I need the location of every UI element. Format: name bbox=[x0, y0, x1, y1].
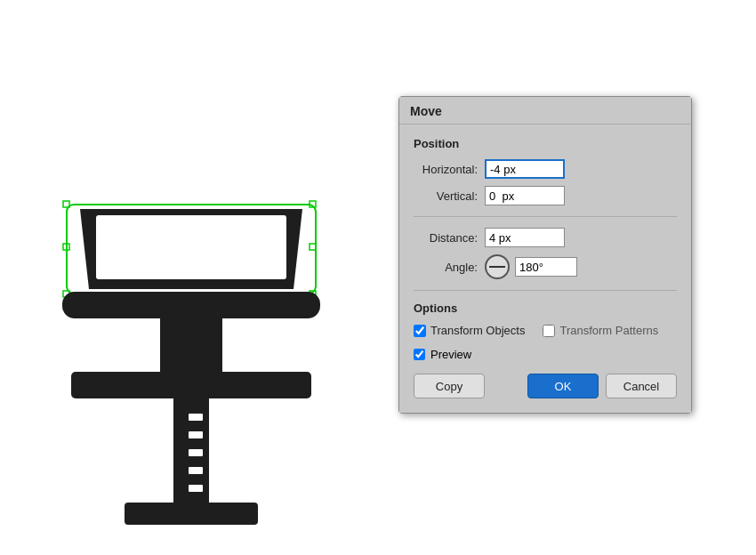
button-row: Copy OK Cancel bbox=[414, 374, 677, 398]
dialog-title: Move bbox=[399, 97, 691, 125]
svg-rect-16 bbox=[189, 467, 203, 474]
svg-rect-11 bbox=[71, 372, 311, 398]
svg-rect-13 bbox=[189, 414, 203, 421]
svg-rect-10 bbox=[160, 318, 222, 372]
copy-button[interactable]: Copy bbox=[414, 374, 485, 398]
move-dialog: Move Position Horizontal: Vertical: Dist… bbox=[398, 96, 692, 414]
preview-checkbox[interactable] bbox=[414, 349, 425, 360]
dialog-body: Position Horizontal: Vertical: Distance:… bbox=[399, 125, 691, 413]
svg-rect-17 bbox=[189, 485, 203, 492]
svg-rect-6 bbox=[310, 244, 316, 250]
horizontal-input[interactable] bbox=[485, 159, 565, 179]
cancel-button[interactable]: Cancel bbox=[606, 374, 677, 398]
preview-label: Preview bbox=[430, 348, 471, 361]
position-section-label: Position bbox=[414, 137, 677, 150]
divider-2 bbox=[414, 290, 677, 291]
angle-input[interactable] bbox=[515, 257, 577, 277]
svg-rect-15 bbox=[189, 449, 203, 456]
horizontal-label: Horizontal: bbox=[414, 163, 485, 176]
angle-label: Angle: bbox=[414, 261, 485, 274]
preview-row: Preview bbox=[414, 348, 677, 361]
transform-objects-label[interactable]: Transform Objects bbox=[414, 324, 525, 337]
transform-patterns-checkbox[interactable] bbox=[543, 325, 555, 337]
transform-objects-checkbox[interactable] bbox=[414, 325, 426, 337]
options-label: Options bbox=[414, 302, 677, 315]
vertical-label: Vertical: bbox=[414, 189, 485, 203]
transform-objects-text: Transform Objects bbox=[430, 324, 525, 337]
icon-illustration bbox=[53, 160, 356, 534]
options-section: Options Transform Objects Transform Patt… bbox=[414, 302, 677, 337]
ok-button[interactable]: OK bbox=[527, 374, 599, 398]
options-checkboxes: Transform Objects Transform Patterns bbox=[414, 324, 677, 337]
ok-cancel-group: OK Cancel bbox=[527, 374, 677, 398]
svg-rect-8 bbox=[96, 215, 286, 279]
distance-label: Distance: bbox=[414, 231, 485, 245]
vertical-row: Vertical: bbox=[414, 186, 677, 205]
svg-rect-14 bbox=[189, 431, 203, 438]
angle-row: Angle: bbox=[414, 254, 677, 279]
distance-row: Distance: bbox=[414, 228, 677, 247]
distance-input[interactable] bbox=[485, 228, 565, 247]
vertical-input[interactable] bbox=[485, 186, 565, 205]
horizontal-row: Horizontal: bbox=[414, 159, 677, 179]
divider-1 bbox=[414, 216, 677, 217]
transform-patterns-label[interactable]: Transform Patterns bbox=[543, 324, 658, 337]
svg-rect-9 bbox=[62, 292, 320, 318]
transform-patterns-text: Transform Patterns bbox=[559, 324, 658, 337]
angle-dial[interactable] bbox=[485, 254, 510, 279]
svg-rect-19 bbox=[125, 503, 258, 525]
